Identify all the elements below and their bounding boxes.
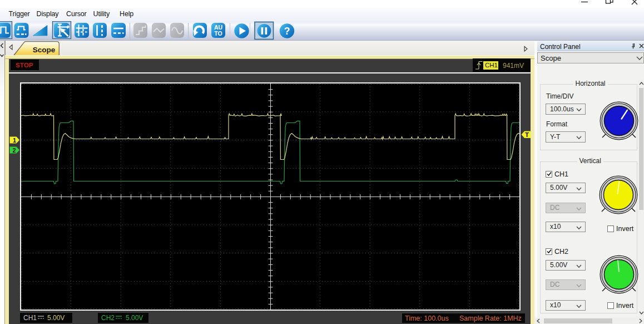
svg-text:Scope: Scope bbox=[33, 46, 56, 54]
svg-text:TO: TO bbox=[214, 30, 222, 37]
svg-text:?: ? bbox=[284, 26, 290, 37]
svg-text:AU: AU bbox=[214, 24, 222, 31]
svg-text:1: 1 bbox=[13, 137, 16, 144]
svg-text:T: T bbox=[525, 131, 529, 138]
svg-text:2: 2 bbox=[13, 147, 16, 154]
